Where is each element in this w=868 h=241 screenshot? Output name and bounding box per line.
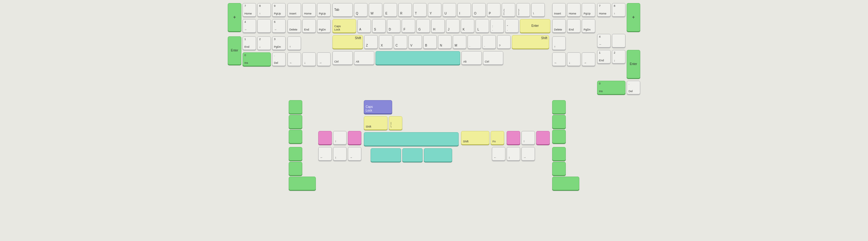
key-backslash[interactable]: \ bbox=[531, 3, 545, 17]
key-lt[interactable]: . bbox=[468, 35, 481, 49]
key-w[interactable]: W bbox=[369, 3, 382, 17]
key-question[interactable]: ? bbox=[497, 35, 510, 49]
numpad-dot-right[interactable]: .Del bbox=[627, 81, 640, 94]
right-arrow-left-b[interactable]: ← bbox=[492, 147, 505, 161]
key-l[interactable]: L bbox=[475, 19, 489, 33]
nav-home-right[interactable]: Home bbox=[567, 3, 581, 17]
left-green-4[interactable] bbox=[289, 147, 302, 161]
left-up-arrow[interactable]: ↑ bbox=[333, 131, 347, 144]
key-t[interactable]: T bbox=[413, 3, 427, 17]
key-ctrl-left[interactable]: Ctrl bbox=[333, 51, 353, 65]
nav-left-right[interactable]: ← bbox=[552, 52, 566, 66]
right-green-1[interactable] bbox=[552, 100, 566, 114]
numpad-4[interactable]: 4← bbox=[243, 19, 256, 33]
nav-pgup-right[interactable]: PgUp bbox=[582, 3, 595, 17]
key-space-b2-3[interactable] bbox=[424, 148, 452, 162]
key-colon[interactable]: :. bbox=[490, 19, 504, 33]
key-alt-right[interactable]: Alt bbox=[461, 51, 482, 65]
key-g[interactable]: G bbox=[416, 19, 430, 33]
left-green-3[interactable] bbox=[289, 130, 302, 143]
left-arrow-down[interactable]: ↓ bbox=[333, 147, 347, 161]
left-pink-1[interactable] bbox=[318, 131, 332, 144]
numpad-enter-left[interactable]: Enter bbox=[228, 36, 241, 65]
left-arrow-right[interactable]: → bbox=[348, 147, 361, 161]
nav-end-right[interactable]: End bbox=[567, 19, 581, 33]
key-o[interactable]: O bbox=[472, 3, 486, 17]
nav-pgdn-right[interactable]: PgDn bbox=[582, 19, 595, 33]
right-green-6[interactable] bbox=[552, 177, 579, 190]
key-shift-left[interactable]: Shift bbox=[333, 35, 363, 49]
numpad-plus-left[interactable]: + bbox=[228, 3, 241, 31]
key-r[interactable]: R bbox=[398, 3, 412, 17]
key-d[interactable]: D bbox=[387, 19, 400, 33]
nav-home-left[interactable]: Home bbox=[302, 3, 316, 17]
numpad-plus-right[interactable]: + bbox=[627, 3, 640, 31]
nav-pgdn-left[interactable]: PgDn bbox=[317, 19, 331, 33]
numpad-0-right[interactable]: 0Ins bbox=[597, 81, 625, 94]
key-tab[interactable]: Tab bbox=[333, 3, 353, 17]
key-fn-rb[interactable]: Fn bbox=[491, 131, 504, 144]
nav-right-left[interactable]: → bbox=[317, 52, 331, 66]
key-j[interactable]: J bbox=[446, 19, 460, 33]
nav-insert-right[interactable]: Insert bbox=[552, 3, 566, 17]
key-v[interactable]: V bbox=[408, 35, 422, 49]
key-u[interactable]: U bbox=[443, 3, 456, 17]
numpad-7-r[interactable]: 7Home bbox=[597, 3, 611, 17]
key-pipe-b2[interactable]: |\ bbox=[389, 116, 402, 130]
key-rbrace[interactable]: }] bbox=[517, 3, 530, 17]
numpad-4-r[interactable]: 4← bbox=[597, 34, 611, 48]
numpad-7[interactable]: 7Home bbox=[243, 3, 256, 17]
key-space-b2-1[interactable] bbox=[371, 148, 401, 162]
key-i[interactable]: I bbox=[457, 3, 471, 17]
numpad-3[interactable]: 3PgDn bbox=[272, 36, 286, 50]
right-green-4[interactable] bbox=[552, 147, 566, 161]
left-green-6[interactable] bbox=[289, 177, 316, 190]
nav-right-right[interactable]: → bbox=[582, 52, 595, 66]
left-arrow-left[interactable]: ← bbox=[318, 147, 332, 161]
nav-up-left[interactable]: ↑ bbox=[287, 36, 301, 50]
key-m[interactable]: M bbox=[453, 35, 466, 49]
nav-delete-right[interactable]: Delete bbox=[552, 19, 566, 33]
key-a[interactable]: A bbox=[358, 19, 371, 33]
key-gt[interactable]: . bbox=[482, 35, 496, 49]
right-up-arrow[interactable]: ↑ bbox=[521, 131, 535, 144]
right-pink-2[interactable] bbox=[536, 131, 550, 144]
numpad-9[interactable]: 9PgUp bbox=[272, 3, 286, 17]
nav-insert-left[interactable]: Insert bbox=[287, 3, 301, 17]
numpad-2[interactable]: 2↓ bbox=[257, 36, 271, 50]
key-ctrl-right[interactable]: Ctrl bbox=[483, 51, 503, 65]
key-y[interactable]: Y bbox=[428, 3, 441, 17]
numpad-1[interactable]: 1End bbox=[243, 36, 256, 50]
key-n[interactable]: N bbox=[438, 35, 452, 49]
key-x[interactable]: X bbox=[379, 35, 393, 49]
key-shift-right[interactable]: Shift bbox=[512, 35, 549, 49]
key-quote[interactable]: ". bbox=[505, 19, 519, 33]
key-b[interactable]: B bbox=[423, 35, 437, 49]
numpad-8[interactable]: 8↑ bbox=[257, 3, 271, 17]
right-green-3[interactable] bbox=[552, 130, 566, 143]
key-caps-lock-b2[interactable]: CapsLock bbox=[364, 100, 392, 114]
key-p[interactable]: P bbox=[487, 3, 500, 17]
right-arrow-right-b[interactable]: → bbox=[521, 147, 535, 161]
key-alt-left[interactable]: Alt bbox=[354, 51, 374, 65]
key-q[interactable]: Q bbox=[354, 3, 368, 17]
right-arrow-down-b[interactable]: ↓ bbox=[507, 147, 520, 161]
nav-pgup-left[interactable]: PgUp bbox=[317, 3, 331, 17]
nav-down-right[interactable]: ↓ bbox=[567, 52, 581, 66]
nav-left-left[interactable]: ← bbox=[287, 52, 301, 66]
key-space-b2-2[interactable] bbox=[402, 148, 423, 162]
key-caps-lock[interactable]: CapsLock bbox=[333, 19, 356, 33]
numpad-6[interactable]: 6→ bbox=[272, 19, 286, 33]
left-green-5[interactable] bbox=[289, 162, 302, 176]
numpad-5[interactable] bbox=[257, 19, 271, 33]
key-h[interactable]: H bbox=[431, 19, 445, 33]
numpad-enter-right[interactable]: Enter bbox=[627, 50, 640, 78]
numpad-0-left[interactable]: 0Ins bbox=[243, 52, 271, 66]
nav-up-right[interactable]: ↑ bbox=[552, 36, 566, 50]
numpad-2-r[interactable]: 2↓ bbox=[612, 50, 625, 63]
key-lbrace[interactable]: {[ bbox=[502, 3, 515, 17]
key-space[interactable] bbox=[375, 51, 460, 65]
key-shift-rb[interactable]: Shift bbox=[461, 131, 489, 144]
numpad-5-r[interactable] bbox=[612, 34, 625, 48]
key-k[interactable]: K bbox=[461, 19, 474, 33]
